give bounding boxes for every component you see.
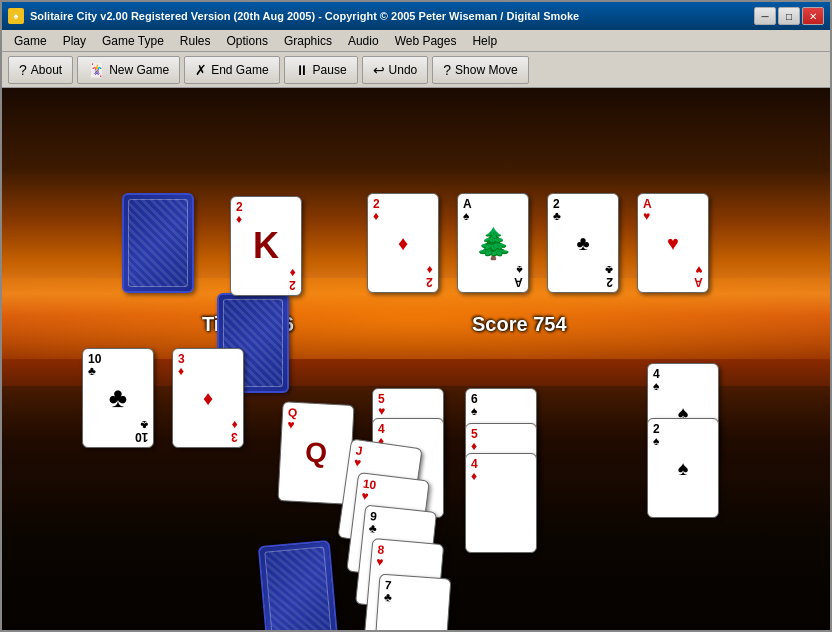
menu-webpages[interactable]: Web Pages: [387, 32, 465, 50]
show-move-icon: ?: [443, 62, 451, 78]
tableau-col5-4d[interactable]: 4♦: [465, 453, 537, 553]
pause-label: Pause: [313, 63, 347, 77]
menu-help[interactable]: Help: [464, 32, 505, 50]
foundation-3[interactable]: 2♣ ♣ 2♣: [547, 193, 619, 293]
stock-pile[interactable]: [122, 193, 194, 293]
about-button[interactable]: ? About: [8, 56, 73, 84]
menu-graphics[interactable]: Graphics: [276, 32, 340, 50]
app-icon: ♠: [8, 8, 24, 24]
pause-icon: ⏸: [295, 62, 309, 78]
undo-label: Undo: [389, 63, 418, 77]
tableau-fan-7[interactable]: 7♣: [373, 574, 452, 630]
titlebar-buttons: ─ □ ✕: [754, 7, 824, 25]
titlebar: ♠ Solitaire City v2.00 Registered Versio…: [2, 2, 830, 30]
about-label: About: [31, 63, 62, 77]
maximize-button[interactable]: □: [778, 7, 800, 25]
end-game-label: End Game: [211, 63, 268, 77]
foundation-2[interactable]: A♠ 🌲 A♠: [457, 193, 529, 293]
new-game-label: New Game: [109, 63, 169, 77]
menu-rules[interactable]: Rules: [172, 32, 219, 50]
minimize-button[interactable]: ─: [754, 7, 776, 25]
toolbar: ? About 🃏 New Game ✗ End Game ⏸ Pause ↩ …: [2, 52, 830, 88]
about-icon: ?: [19, 62, 27, 78]
foundation-4[interactable]: A♥ ♥ A♥: [637, 193, 709, 293]
menubar: Game Play Game Type Rules Options Graphi…: [2, 30, 830, 52]
end-game-icon: ✗: [195, 62, 207, 78]
menu-play[interactable]: Play: [55, 32, 94, 50]
tableau-col3-back[interactable]: [258, 540, 338, 630]
pause-button[interactable]: ⏸ Pause: [284, 56, 358, 84]
menu-gametype[interactable]: Game Type: [94, 32, 172, 50]
foundation-1[interactable]: 2♦ ♦ 2♦: [367, 193, 439, 293]
menu-game[interactable]: Game: [6, 32, 55, 50]
score-display: Score 754: [472, 313, 567, 336]
show-move-label: Show Move: [455, 63, 518, 77]
show-move-button[interactable]: ? Show Move: [432, 56, 529, 84]
undo-button[interactable]: ↩ Undo: [362, 56, 429, 84]
tableau-col1[interactable]: 10♣ ♣ 10♣: [82, 348, 154, 448]
main-window: ♠ Solitaire City v2.00 Registered Versio…: [0, 0, 832, 632]
game-area[interactable]: Time 1:06 Score 754 2♦ 2♦ K 2♦ ♦ 2♦ A♠: [2, 88, 830, 630]
window-title: Solitaire City v2.00 Registered Version …: [30, 10, 579, 22]
undo-icon: ↩: [373, 62, 385, 78]
new-game-button[interactable]: 🃏 New Game: [77, 56, 180, 84]
tableau-col2[interactable]: 3♦ ♦ 3♦: [172, 348, 244, 448]
titlebar-left: ♠ Solitaire City v2.00 Registered Versio…: [8, 8, 579, 24]
tableau-col3-q[interactable]: Q♥ Q: [277, 401, 354, 505]
end-game-button[interactable]: ✗ End Game: [184, 56, 279, 84]
new-game-icon: 🃏: [88, 62, 105, 78]
menu-audio[interactable]: Audio: [340, 32, 387, 50]
waste-top-card[interactable]: 2♦ 2♦ K: [230, 196, 302, 296]
close-button[interactable]: ✕: [802, 7, 824, 25]
menu-options[interactable]: Options: [219, 32, 276, 50]
tableau-col7-2s[interactable]: 2♠ ♠: [647, 418, 719, 518]
